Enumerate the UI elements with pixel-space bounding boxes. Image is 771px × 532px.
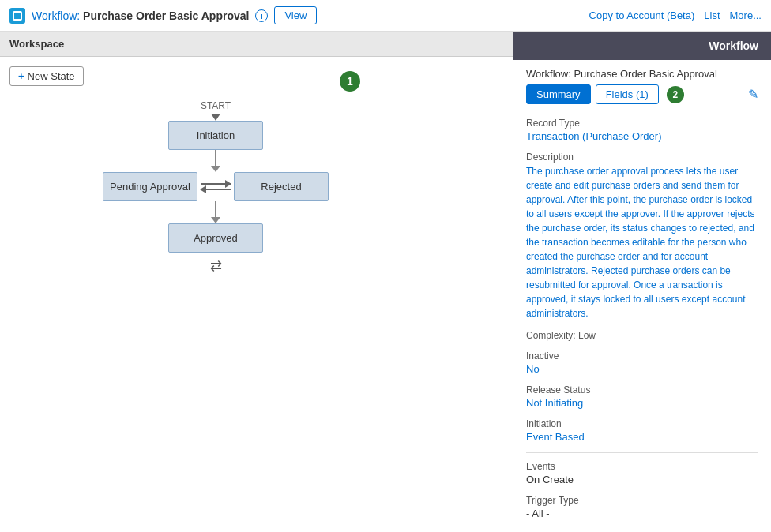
edit-icon[interactable]: ✎	[748, 87, 758, 102]
tabs-row: Summary Fields (1) 2 ✎	[513, 84, 771, 111]
new-state-label: New State	[28, 70, 75, 82]
tab-fields[interactable]: Fields (1)	[596, 84, 659, 104]
record-type-label: Record Type	[526, 118, 758, 129]
logo	[9, 8, 25, 24]
list-link[interactable]: List	[704, 9, 720, 21]
plus-icon: +	[18, 70, 24, 82]
arrow-left	[201, 189, 231, 190]
arrow-left-container	[201, 189, 231, 190]
arrow-right-container	[201, 183, 231, 185]
header-left: Workflow: Purchase Order Basic Approval …	[9, 6, 317, 24]
trigger-type-group: Trigger Type - All -	[526, 495, 758, 519]
description-value: The purchase order approval process lets…	[526, 164, 758, 320]
release-status-label: Release Status	[526, 384, 758, 395]
approved-connector: Approved ⇄	[103, 201, 329, 275]
sidebar-header: Workflow	[513, 32, 771, 60]
initiation-value: Event Based	[526, 431, 758, 443]
more-link[interactable]: More...	[730, 9, 762, 21]
workspace-header: Workspace	[0, 32, 513, 57]
middle-row: Pending Approval	[103, 172, 329, 201]
start-arrow	[211, 114, 220, 121]
connector-1	[215, 150, 216, 166]
description-group: Description The purchase order approval …	[526, 152, 758, 320]
arrow-down-2	[211, 217, 220, 223]
state-rejected[interactable]: Rejected	[234, 172, 329, 201]
arrow-down-1	[211, 166, 220, 172]
sidebar-content: Record Type Transaction (Purchase Order)…	[513, 111, 771, 532]
events-label: Events	[526, 461, 758, 472]
arrowhead-left	[200, 185, 206, 193]
complexity-group: Complexity: Low	[526, 330, 758, 341]
trigger-type-value: - All -	[526, 508, 758, 519]
main-layout: Workspace + New State 1 START Initiation	[0, 32, 771, 532]
tab-summary[interactable]: Summary	[526, 84, 591, 104]
connector-2	[215, 201, 216, 217]
state-initiation[interactable]: Initiation	[168, 121, 263, 150]
initiation-group: Initiation Event Based	[526, 418, 758, 443]
events-group: Events On Create	[526, 461, 758, 485]
new-state-button[interactable]: + New State	[9, 66, 84, 86]
start-label: START	[201, 100, 231, 111]
events-section: Events On Create Trigger Type - All -	[526, 452, 758, 519]
app-header: Workflow: Purchase Order Basic Approval …	[0, 0, 771, 32]
release-status-value: Not Initiating	[526, 397, 758, 409]
sidebar-panel: Workflow Workflow: Purchase Order Basic …	[513, 32, 771, 532]
workspace-panel: Workspace + New State 1 START Initiation	[0, 32, 513, 532]
description-label: Description	[526, 152, 758, 163]
logo-inner	[13, 11, 22, 21]
trigger-type-label: Trigger Type	[526, 495, 758, 506]
info-icon[interactable]: i	[255, 9, 268, 22]
record-type-value: Transaction (Purchase Order)	[526, 130, 758, 142]
arrow-right	[201, 183, 231, 185]
initiation-label: Initiation	[526, 418, 758, 429]
arrowhead-right	[225, 180, 231, 188]
state-pending[interactable]: Pending Approval	[103, 172, 197, 201]
copy-to-account-link[interactable]: Copy to Account (Beta)	[589, 9, 695, 21]
record-type-group: Record Type Transaction (Purchase Order)	[526, 118, 758, 142]
inactive-group: Inactive No	[526, 350, 758, 375]
inactive-label: Inactive	[526, 350, 758, 362]
header-right: Copy to Account (Beta) List More...	[589, 9, 762, 21]
recycle-icon: ⇄	[210, 257, 222, 275]
state-approved[interactable]: Approved	[168, 223, 263, 253]
page-title: Workflow: Purchase Order Basic Approval	[32, 9, 249, 22]
sidebar-workflow-title: Workflow: Purchase Order Basic Approval	[513, 60, 771, 84]
release-status-group: Release Status Not Initiating	[526, 384, 758, 409]
badge-1: 1	[340, 71, 360, 92]
workflow-diagram: START Initiation Pending Approval	[103, 100, 329, 275]
double-arrows	[201, 183, 231, 190]
inactive-value: No	[526, 363, 758, 375]
view-button[interactable]: View	[274, 6, 317, 24]
events-value: On Create	[526, 474, 758, 485]
complexity-label: Complexity: Low	[526, 330, 758, 341]
workspace-body: + New State 1 START Initiation	[0, 57, 513, 532]
badge-2: 2	[667, 86, 684, 103]
